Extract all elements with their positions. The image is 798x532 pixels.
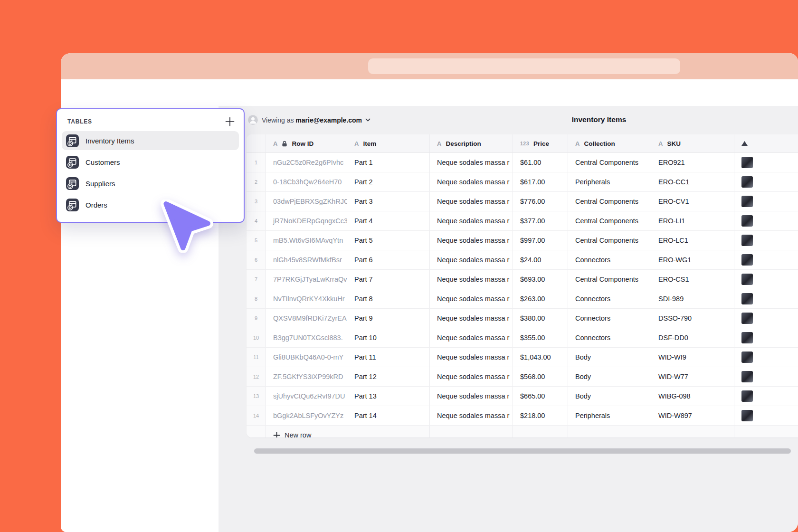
cell-description[interactable]: Neque sodales massa r bbox=[430, 328, 513, 347]
cell-row_id[interactable]: QXSV8M9fRDKi7ZyrEA bbox=[266, 309, 347, 328]
cell-item[interactable]: Part 8 bbox=[347, 289, 430, 308]
cell-row_id[interactable]: Gli8UBKbQ46A0-0-mY bbox=[266, 348, 347, 367]
cell-row_id[interactable]: 03dwPjEBRXSgZKhRJC bbox=[266, 192, 347, 211]
viewing-as[interactable]: Viewing as marie@example.com bbox=[262, 116, 370, 124]
cell-item[interactable]: Part 2 bbox=[347, 172, 430, 191]
add-table-button[interactable] bbox=[225, 116, 235, 127]
cell-item[interactable]: Part 6 bbox=[347, 250, 430, 269]
cell-price[interactable]: $263.00 bbox=[513, 289, 568, 308]
cell-image[interactable] bbox=[734, 289, 798, 308]
cell-price[interactable]: $665.00 bbox=[513, 387, 568, 406]
column-header-row_id[interactable]: ARow ID bbox=[266, 134, 347, 152]
cell-price[interactable]: $1,043.00 bbox=[513, 348, 568, 367]
cell-item[interactable]: Part 1 bbox=[347, 153, 430, 172]
cell-description[interactable]: Neque sodales massa r bbox=[430, 406, 513, 425]
cell-description[interactable]: Neque sodales massa r bbox=[430, 289, 513, 308]
cell-sku[interactable]: ERO-CC1 bbox=[651, 172, 734, 191]
cell-row_id[interactable]: nlGh45v8SRWfMkfBsr bbox=[266, 250, 347, 269]
column-header-image[interactable] bbox=[734, 134, 798, 152]
cell-row_id[interactable]: mB5.Wt6vSI6MAvqYtn bbox=[266, 231, 347, 250]
sidebar-item-inventory-items[interactable]: Inventory Items bbox=[62, 131, 239, 150]
cell-collection[interactable]: Central Components bbox=[568, 153, 651, 172]
cell-description[interactable]: Neque sodales massa r bbox=[430, 172, 513, 191]
column-header-sku[interactable]: ASKU bbox=[651, 134, 734, 152]
cell-sku[interactable]: WID-WI9 bbox=[651, 348, 734, 367]
new-row-inner[interactable]: New row bbox=[273, 431, 311, 437]
new-row-button[interactable]: New row bbox=[266, 426, 347, 437]
cell-price[interactable]: $377.00 bbox=[513, 211, 568, 230]
sidebar-item-suppliers[interactable]: Suppliers bbox=[62, 174, 239, 193]
row-number[interactable]: 10 bbox=[247, 328, 266, 347]
row-number[interactable]: 11 bbox=[247, 348, 266, 367]
row-number[interactable]: 8 bbox=[247, 289, 266, 308]
row-number[interactable]: 9 bbox=[247, 309, 266, 328]
cell-sku[interactable]: WID-W897 bbox=[651, 406, 734, 425]
cell-collection[interactable]: Central Components bbox=[568, 231, 651, 250]
cell-image[interactable] bbox=[734, 211, 798, 230]
cell-price[interactable]: $997.00 bbox=[513, 231, 568, 250]
cell-item[interactable]: Part 4 bbox=[347, 211, 430, 230]
cell-price[interactable]: $61.00 bbox=[513, 153, 568, 172]
row-number[interactable]: 12 bbox=[247, 367, 266, 386]
column-header-collection[interactable]: ACollection bbox=[568, 134, 651, 152]
cell-collection[interactable]: Connectors bbox=[568, 328, 651, 347]
cell-image[interactable] bbox=[734, 231, 798, 250]
cell-price[interactable]: $24.00 bbox=[513, 250, 568, 269]
cell-image[interactable] bbox=[734, 192, 798, 211]
address-bar[interactable] bbox=[368, 58, 680, 74]
cell-sku[interactable]: WIBG-098 bbox=[651, 387, 734, 406]
cell-description[interactable]: Neque sodales massa r bbox=[430, 153, 513, 172]
cell-item[interactable]: Part 3 bbox=[347, 192, 430, 211]
sidebar-item-customers[interactable]: Customers bbox=[62, 152, 239, 171]
row-number[interactable]: 2 bbox=[247, 172, 266, 191]
cell-collection[interactable]: Central Components bbox=[568, 192, 651, 211]
cell-price[interactable]: $380.00 bbox=[513, 309, 568, 328]
cell-collection[interactable]: Body bbox=[568, 367, 651, 386]
cell-sku[interactable]: ERO921 bbox=[651, 153, 734, 172]
cell-sku[interactable]: ERO-LC1 bbox=[651, 231, 734, 250]
row-number[interactable]: 3 bbox=[247, 192, 266, 211]
cell-collection[interactable]: Body bbox=[568, 387, 651, 406]
cell-item[interactable]: Part 7 bbox=[347, 270, 430, 289]
cell-description[interactable]: Neque sodales massa r bbox=[430, 387, 513, 406]
cell-collection[interactable]: Connectors bbox=[568, 309, 651, 328]
cell-image[interactable] bbox=[734, 406, 798, 425]
cell-image[interactable] bbox=[734, 348, 798, 367]
cell-collection[interactable]: Peripherals bbox=[568, 406, 651, 425]
row-number[interactable]: 4 bbox=[247, 211, 266, 230]
cell-description[interactable]: Neque sodales massa r bbox=[430, 211, 513, 230]
cell-item[interactable]: Part 14 bbox=[347, 406, 430, 425]
cell-collection[interactable]: Connectors bbox=[568, 289, 651, 308]
cell-row_id[interactable]: sjUhyvCtQu6zRvI97DU bbox=[266, 387, 347, 406]
cell-item[interactable]: Part 10 bbox=[347, 328, 430, 347]
cell-description[interactable]: Neque sodales massa r bbox=[430, 250, 513, 269]
cell-sku[interactable]: ERO-CV1 bbox=[651, 192, 734, 211]
cell-price[interactable]: $568.00 bbox=[513, 367, 568, 386]
cell-item[interactable]: Part 12 bbox=[347, 367, 430, 386]
cell-row_id[interactable]: ZF.5GKfYS3iXP99kRD bbox=[266, 367, 347, 386]
cell-price[interactable]: $218.00 bbox=[513, 406, 568, 425]
cell-row_id[interactable]: NvTIlnvQRrKY4XkkuHr bbox=[266, 289, 347, 308]
cell-image[interactable] bbox=[734, 250, 798, 269]
cell-collection[interactable]: Central Components bbox=[568, 211, 651, 230]
cell-sku[interactable]: ERO-WG1 bbox=[651, 250, 734, 269]
cell-description[interactable]: Neque sodales massa r bbox=[430, 348, 513, 367]
cell-price[interactable]: $776.00 bbox=[513, 192, 568, 211]
column-header-item[interactable]: AItem bbox=[347, 134, 430, 152]
cell-image[interactable] bbox=[734, 172, 798, 191]
cell-description[interactable]: Neque sodales massa r bbox=[430, 309, 513, 328]
row-number[interactable]: 14 bbox=[247, 406, 266, 425]
cell-image[interactable] bbox=[734, 153, 798, 172]
cell-collection[interactable]: Peripherals bbox=[568, 172, 651, 191]
cell-price[interactable]: $355.00 bbox=[513, 328, 568, 347]
cell-price[interactable]: $617.00 bbox=[513, 172, 568, 191]
cell-sku[interactable]: ERO-LI1 bbox=[651, 211, 734, 230]
cell-row_id[interactable]: bGgk2AbLSFyOvYZYz bbox=[266, 406, 347, 425]
cell-image[interactable] bbox=[734, 270, 798, 289]
cell-sku[interactable]: SDI-989 bbox=[651, 289, 734, 308]
cell-image[interactable] bbox=[734, 309, 798, 328]
cell-collection[interactable]: Central Components bbox=[568, 270, 651, 289]
row-number[interactable]: 5 bbox=[247, 231, 266, 250]
cell-image[interactable] bbox=[734, 367, 798, 386]
cell-row_id[interactable]: B3gg7UN0TXGscl883. bbox=[266, 328, 347, 347]
